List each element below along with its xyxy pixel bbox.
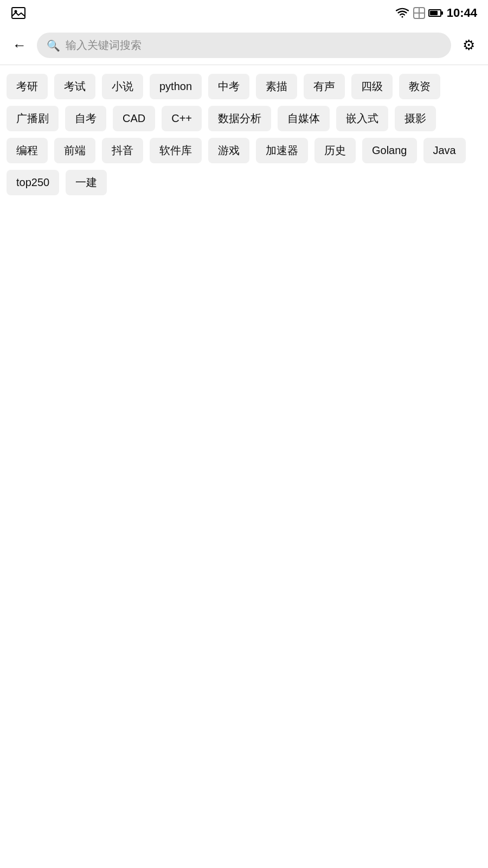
tag-top250[interactable]: top250 [7, 170, 59, 195]
tags-container: 考研考试小说python中考素描有声四级教资广播剧自考CADC++数据分析自媒体… [0, 65, 488, 204]
tag-shujufenxi[interactable]: 数据分析 [208, 106, 271, 131]
gallery-icon [11, 5, 26, 21]
search-bar[interactable]: 🔍 输入关键词搜索 [37, 33, 451, 58]
search-placeholder: 输入关键词搜索 [66, 38, 142, 53]
tag-sheying[interactable]: 摄影 [395, 106, 436, 131]
tag-xiaoshuo[interactable]: 小说 [102, 74, 143, 99]
tag-jiasud[interactable]: 加速器 [256, 138, 308, 163]
tag-zikao[interactable]: 自考 [65, 106, 106, 131]
settings-icon: ⚙ [463, 37, 475, 54]
tag-guangboju[interactable]: 广播剧 [7, 106, 59, 131]
tag-douyin[interactable]: 抖音 [102, 138, 143, 163]
svg-rect-0 [12, 8, 25, 18]
tag-kaoyan[interactable]: 考研 [7, 74, 48, 99]
status-bar: 10:44 [0, 0, 488, 26]
header: ← 🔍 输入关键词搜索 ⚙ [0, 26, 488, 65]
back-button[interactable]: ← [9, 35, 30, 56]
tag-golang[interactable]: Golang [362, 138, 417, 163]
battery-icon [428, 9, 441, 17]
tag-cpp[interactable]: C++ [162, 106, 202, 131]
search-icon: 🔍 [47, 39, 60, 52]
tag-python[interactable]: python [150, 74, 202, 99]
status-time: 10:44 [447, 6, 477, 20]
tag-jiaozi[interactable]: 教资 [399, 74, 440, 99]
tag-qianrushi[interactable]: 嵌入式 [336, 106, 388, 131]
tag-zimeitii[interactable]: 自媒体 [278, 106, 330, 131]
tag-zhongkao[interactable]: 中考 [208, 74, 249, 99]
tag-kaoshi[interactable]: 考试 [54, 74, 95, 99]
tag-ruanjiank[interactable]: 软件库 [150, 138, 202, 163]
tag-sumiao[interactable]: 素描 [256, 74, 297, 99]
tag-cad[interactable]: CAD [113, 106, 155, 131]
tag-youxi[interactable]: 游戏 [208, 138, 249, 163]
tag-biancheng[interactable]: 编程 [7, 138, 48, 163]
tag-lishi[interactable]: 历史 [314, 138, 356, 163]
settings-button[interactable]: ⚙ [458, 35, 479, 56]
tag-qianduan[interactable]: 前端 [54, 138, 95, 163]
wifi-icon [395, 7, 410, 19]
status-left [11, 5, 26, 21]
status-icons: 10:44 [395, 6, 477, 20]
network-icon [413, 7, 425, 19]
tag-yijian[interactable]: 一建 [66, 170, 107, 195]
back-icon: ← [12, 37, 27, 54]
tag-yousheng[interactable]: 有声 [304, 74, 345, 99]
tag-java[interactable]: Java [423, 138, 466, 163]
tag-siji[interactable]: 四级 [351, 74, 393, 99]
